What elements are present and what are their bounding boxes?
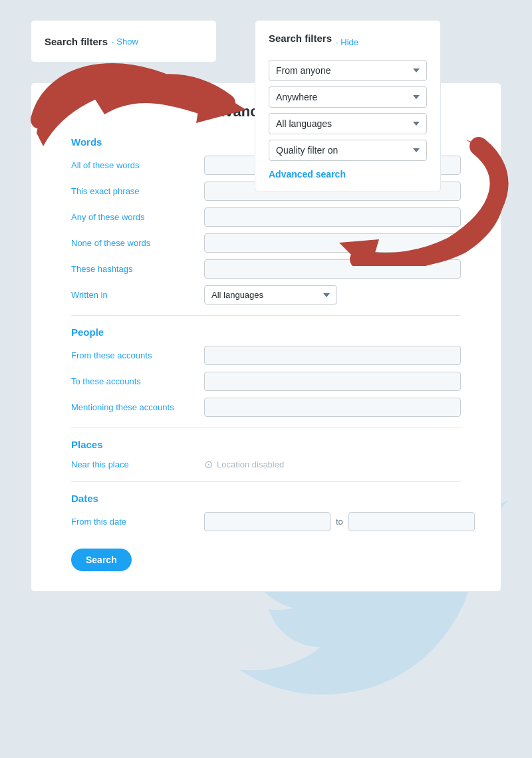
filters-collapsed-card: Search filters · Show	[31, 20, 217, 63]
mentioning-accounts-input[interactable]	[204, 398, 461, 417]
written-in-row: Written in All languages English French …	[71, 285, 461, 305]
to-label: to	[336, 517, 343, 527]
show-filters-link[interactable]: · Show	[112, 37, 138, 47]
location-icon: ⊙	[204, 458, 213, 471]
places-section-heading: Places	[71, 439, 461, 450]
any-words-input[interactable]	[204, 207, 461, 227]
from-accounts-label: From these accounts	[71, 350, 204, 360]
from-accounts-input[interactable]	[204, 346, 461, 365]
none-words-input[interactable]	[204, 233, 461, 253]
to-accounts-row: To these accounts	[71, 372, 461, 391]
people-section-heading: People	[71, 326, 461, 338]
all-words-label: All of these words	[71, 160, 204, 170]
none-words-row: None of these words	[71, 233, 461, 253]
from-date-label: From this date	[71, 517, 204, 527]
hashtags-row: These hashtags	[71, 259, 461, 279]
filters-collapsed-title: Search filters	[45, 36, 108, 47]
quality-filter-select[interactable]: Quality filter on Quality filter off	[269, 140, 427, 161]
location-status-text: Location disabled	[217, 459, 284, 469]
near-place-label: Near this place	[71, 459, 204, 469]
location-disabled: ⊙ Location disabled	[204, 458, 284, 471]
written-in-select[interactable]: All languages English French Spanish Ger…	[204, 285, 337, 305]
date-row: From this date to	[71, 512, 461, 531]
filters-expanded-title: Search filters	[269, 33, 332, 44]
language-filter-select[interactable]: All languages English French Spanish Ger…	[269, 113, 427, 134]
words-divider	[71, 315, 461, 316]
any-words-label: Any of these words	[71, 212, 204, 222]
filters-expanded-card: Search filters · Hide From anyone People…	[255, 20, 441, 192]
mentioning-accounts-label: Mentioning these accounts	[71, 402, 204, 412]
advanced-search-link[interactable]: Advanced search	[269, 169, 427, 180]
written-in-label: Written in	[71, 290, 204, 300]
none-words-label: None of these words	[71, 238, 204, 248]
near-place-row: Near this place ⊙ Location disabled	[71, 458, 461, 471]
any-words-row: Any of these words	[71, 207, 461, 227]
from-accounts-row: From these accounts	[71, 346, 461, 365]
from-filter-select[interactable]: From anyone People you follow	[269, 60, 427, 81]
search-button[interactable]: Search	[71, 549, 132, 571]
to-date-input[interactable]	[348, 512, 475, 531]
hide-filters-link[interactable]: · Hide	[336, 37, 358, 47]
mentioning-accounts-row: Mentioning these accounts	[71, 398, 461, 417]
to-accounts-input[interactable]	[204, 372, 461, 391]
location-filter-select[interactable]: Anywhere Near you	[269, 86, 427, 108]
exact-phrase-label: This exact phrase	[71, 186, 204, 196]
from-date-input[interactable]	[204, 512, 331, 531]
to-accounts-label: To these accounts	[71, 376, 204, 386]
people-divider	[71, 428, 461, 428]
hashtags-label: These hashtags	[71, 264, 204, 274]
dates-section-heading: Dates	[71, 493, 461, 504]
places-divider	[71, 481, 461, 482]
hashtags-input[interactable]	[204, 259, 461, 279]
